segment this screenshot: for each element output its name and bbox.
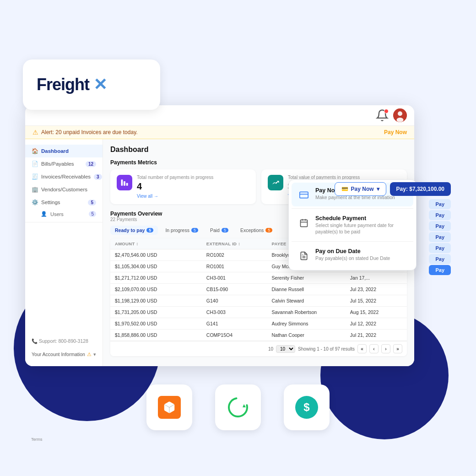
- row-pay-btn-1[interactable]: Pay: [429, 199, 451, 209]
- tab-badge-paid: 5: [222, 228, 228, 233]
- table-row: $1,970,502.00 USD G141 Audrey Simmons Ju…: [110, 318, 407, 330]
- phone-icon: 📞: [32, 338, 38, 344]
- sidebar-item-invoices[interactable]: 🧾 Invoices/Receivables 3: [25, 170, 103, 183]
- bills-icon: 📄: [32, 161, 38, 167]
- freight-logo: Freight ✕: [37, 75, 107, 94]
- schedule-item-icon: [297, 216, 311, 230]
- sidebar-item-bills[interactable]: 📄 Bills/Payables 12: [25, 157, 103, 170]
- per-page-label: 10: [268, 346, 273, 352]
- page-last-btn[interactable]: »: [393, 344, 402, 353]
- cell-amount-4: $2,109,070.00 USD: [115, 287, 206, 292]
- dropdown-divider-2: [292, 241, 413, 242]
- alert-pay-now-link[interactable]: Pay Now: [384, 129, 407, 135]
- cell-date-8: Jul 21, 2022: [350, 332, 402, 338]
- page-prev-btn[interactable]: ‹: [369, 344, 379, 353]
- refresh-icon-card: [215, 384, 261, 430]
- tab-badge-ready: 5: [146, 228, 153, 233]
- tab-paid[interactable]: Paid 5: [206, 226, 233, 235]
- dropdown-item-schedule[interactable]: Schedule Payment Select single future pa…: [292, 211, 413, 239]
- support-text: Support: 800-890-3128: [39, 338, 88, 344]
- svg-rect-8: [301, 220, 308, 227]
- invoices-badge: 3: [94, 174, 102, 180]
- due-date-item-title: Pay on Due Date: [315, 248, 408, 254]
- settings-badge: 5: [88, 200, 96, 206]
- table-row: $2,109,070.00 USD CB15-090 Dianne Russel…: [110, 284, 407, 295]
- pay-total-button[interactable]: Pay: $7,320,100.00: [390, 182, 451, 196]
- bills-badge: 12: [86, 161, 96, 167]
- cell-extid-7: G141: [206, 321, 272, 326]
- due-date-item-icon: [297, 249, 311, 263]
- table-row: $1,731,205.00 USD CH3-003 Savannah Rober…: [110, 307, 407, 318]
- table-row: $1,858,886.00 USD COMP15O4 Nathan Cooper…: [110, 330, 407, 341]
- sidebar-label-bills: Bills/Payables: [41, 161, 74, 167]
- sidebar-support: 📞 Support: 800-890-3128: [25, 335, 103, 348]
- metric-icon-value: [268, 175, 283, 190]
- cell-extid-3: CH3-001: [206, 275, 272, 281]
- alert-bar-left: ⚠ Alert: 20 unpaid Invoices are due toda…: [32, 129, 138, 136]
- pay-buttons-column: Pay Pay Pay Pay Pay Pay Pay: [429, 199, 451, 275]
- page-title: Dashboard: [110, 146, 407, 154]
- row-pay-btn-2[interactable]: Pay: [429, 210, 451, 220]
- pay-now-label: Pay Now: [351, 186, 374, 192]
- sidebar-divider: [25, 222, 103, 222]
- sidebar-sub-users[interactable]: 👤 Users 5: [25, 209, 103, 219]
- per-page-select[interactable]: 10 25 50: [276, 345, 295, 353]
- tab-badge-progress: 5: [191, 228, 198, 233]
- metric-link-payments[interactable]: View all →: [137, 194, 249, 199]
- pay-now-btn-area: 💳 Pay Now ▾ Pay: $7,320,100.00: [335, 182, 451, 196]
- row-pay-btn-3[interactable]: Pay: [429, 221, 451, 231]
- table-row: $1,271,712.00 USD CH3-001 Serenity Fishe…: [110, 272, 407, 284]
- sidebar-account[interactable]: Your Account Information ⚠ ▾: [25, 348, 103, 361]
- cell-payee-5: Calvin Steward: [272, 298, 350, 303]
- overview-sub: 22 Payments: [110, 217, 162, 222]
- tab-exceptions[interactable]: Exceptions 5: [236, 226, 277, 235]
- cell-date-4: Jul 23, 2022: [350, 287, 402, 292]
- logo-text: Freight ✕: [37, 75, 107, 94]
- table-row: $1,198,129.00 USD G140 Calvin Steward Ju…: [110, 295, 407, 307]
- bottom-icons-row: $: [146, 384, 330, 430]
- avatar: [393, 108, 407, 122]
- users-badge: 5: [89, 211, 96, 217]
- users-icon: 👤: [41, 211, 47, 217]
- pagination: 10 10 25 50 Showing 1 - 10 of 97 results…: [110, 341, 407, 356]
- cell-payee-3: Serenity Fisher: [272, 275, 350, 281]
- page-next-btn[interactable]: ›: [381, 344, 390, 353]
- notif-badge: [384, 109, 389, 114]
- cell-amount-6: $1,731,205.00 USD: [115, 309, 206, 315]
- svg-rect-6: [300, 192, 308, 198]
- dollar-icon-card: $: [284, 384, 330, 430]
- row-pay-btn-6[interactable]: Pay: [429, 254, 451, 264]
- dropdown-item-due-date[interactable]: Pay on Due Date Pay payable(s) on stated…: [292, 243, 413, 267]
- tab-ready-to-pay[interactable]: Ready to pay 5: [110, 226, 158, 235]
- notification-icon[interactable]: [376, 109, 389, 122]
- terms-link[interactable]: Terms: [31, 437, 43, 442]
- alert-bar: ⚠ Alert: 20 unpaid Invoices are due toda…: [25, 126, 414, 139]
- box-icon-card: [146, 384, 192, 430]
- svg-point-2: [397, 118, 404, 122]
- row-pay-btn-4[interactable]: Pay: [429, 232, 451, 242]
- cell-payee-4: Dianne Russell: [272, 287, 350, 292]
- sidebar-item-vendors[interactable]: 🏢 Vendors/Customers: [25, 183, 103, 196]
- cell-date-6: Aug 15, 2022: [350, 309, 402, 315]
- sidebar-item-settings[interactable]: ⚙️ Settings 5: [25, 196, 103, 209]
- tab-badge-exceptions: 5: [265, 228, 272, 233]
- sidebar-item-dashboard[interactable]: 🏠 Dashboard: [25, 145, 103, 157]
- pay-now-button[interactable]: 💳 Pay Now ▾: [335, 182, 386, 196]
- svg-marker-16: [243, 404, 246, 407]
- row-pay-btn-7[interactable]: Pay: [429, 265, 451, 275]
- tab-in-progress[interactable]: In progress 5: [161, 226, 203, 235]
- schedule-item-title: Schedule Payment: [315, 215, 408, 222]
- cell-extid-6: CH3-003: [206, 309, 272, 315]
- sidebar-label-dashboard: Dashboard: [41, 148, 69, 154]
- page-first-btn[interactable]: «: [357, 344, 367, 353]
- sidebar-label-vendors: Vendors/Customers: [41, 187, 87, 192]
- cell-amount-2: $1,105,304.00 USD: [115, 264, 206, 269]
- row-pay-btn-5[interactable]: Pay: [429, 243, 451, 253]
- logo-card: Freight ✕: [23, 60, 160, 110]
- logo-x: ✕: [89, 75, 107, 94]
- due-date-item-sub: Pay payable(s) on stated Due Date: [315, 255, 408, 262]
- alert-icon: ⚠: [32, 129, 38, 136]
- svg-point-1: [398, 111, 402, 116]
- box-icon: [158, 396, 181, 419]
- cell-extid-5: G140: [206, 298, 272, 303]
